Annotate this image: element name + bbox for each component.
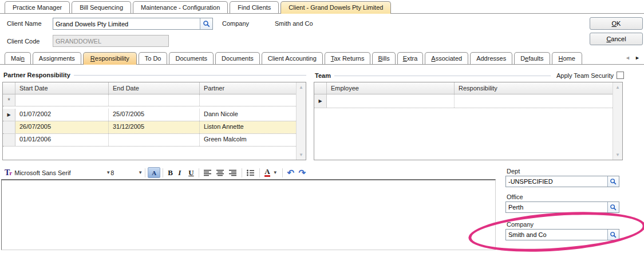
top-tab-bill-sequencing[interactable]: Bill Sequencing <box>72 1 131 13</box>
scroll-down-icon[interactable]: ▼ <box>613 152 622 157</box>
notes-editor[interactable] <box>1 179 496 250</box>
top-tab-practice-manager[interactable]: Practice Manager <box>5 1 70 13</box>
search-icon <box>610 178 617 185</box>
tab-label: Documents <box>222 55 254 62</box>
tab-main[interactable]: Main <box>5 52 31 64</box>
scroll-up-icon[interactable]: ▲ <box>613 85 622 90</box>
tab-mnemonic: R <box>90 55 95 62</box>
row-selector[interactable] <box>3 121 15 133</box>
cell-responsibility[interactable] <box>455 94 613 108</box>
tab-tax-returns[interactable]: Tax Returns <box>325 52 371 64</box>
cell-start-date[interactable]: 26/07/2005 <box>15 121 109 133</box>
vertical-scrollbar[interactable]: ▲ ▼ <box>613 82 622 160</box>
ok-button[interactable]: OK <box>590 17 643 30</box>
tab-label: ssociated <box>436 55 462 62</box>
cell-end-date[interactable]: 25/07/2005 <box>109 109 200 121</box>
tab-client-accounting[interactable]: Client Accounting <box>262 52 323 64</box>
top-tab-find-clients[interactable]: Find Clients <box>230 1 279 13</box>
tab-to-do[interactable]: To Do <box>139 52 168 64</box>
cell-end-date[interactable]: 31/12/2005 <box>109 121 200 133</box>
cell-partner[interactable]: Green Malcolm <box>200 134 296 146</box>
current-row-icon: ▶ <box>318 98 322 104</box>
top-tab-maintenance-configuration[interactable]: Maintenance - Configuration <box>133 1 228 13</box>
partner-responsibility-group-header: Partner Responsibility <box>3 72 306 78</box>
cell-partner[interactable]: Dann Nicole <box>200 109 296 121</box>
dept-input[interactable] <box>506 176 607 187</box>
row-selector[interactable] <box>3 134 15 146</box>
text-color-button[interactable]: A <box>148 167 160 178</box>
apply-team-security-checkbox[interactable] <box>617 72 624 79</box>
scroll-down-icon[interactable]: ▼ <box>297 152 306 157</box>
cell-employee[interactable] <box>327 94 455 108</box>
tab-associated[interactable]: Associated <box>425 52 468 64</box>
chevron-down-icon: ▼ <box>138 170 143 175</box>
tab-scroll-right-icon[interactable]: ► <box>635 55 640 61</box>
bold-button[interactable]: B <box>165 168 176 178</box>
dept-label: Dept <box>507 168 520 175</box>
tab-extra[interactable]: Extra <box>397 52 424 64</box>
cell-start-date[interactable]: 01/07/2002 <box>15 109 109 121</box>
column-header-partner[interactable]: Partner <box>200 82 296 94</box>
font-color-button[interactable]: A▼ <box>262 168 279 177</box>
column-header-start-date[interactable]: Start Date <box>15 82 109 94</box>
align-right-button[interactable] <box>227 169 239 177</box>
scroll-up-icon[interactable]: ▲ <box>297 85 306 90</box>
font-size-dropdown[interactable]: 8 ▼ <box>110 169 143 176</box>
tab-assignments[interactable]: Assignments <box>33 52 81 64</box>
tab-responsibility[interactable]: Responsibility <box>83 52 137 65</box>
new-row-selector[interactable]: * <box>3 94 15 106</box>
tab-defaults[interactable]: Defaults <box>514 52 550 64</box>
cell-end-date[interactable] <box>109 94 200 106</box>
client-name-label: Client Name <box>7 20 42 27</box>
undo-button[interactable]: ↶ <box>285 167 297 179</box>
company-header-value: Smith and Co <box>275 20 313 27</box>
tab-documents-2[interactable]: Documents <box>215 52 260 64</box>
vertical-scrollbar[interactable]: ▲ ▼ <box>296 82 306 160</box>
tab-addresses[interactable]: Addresses <box>470 52 512 64</box>
cell-partner[interactable]: Liston Annette <box>200 121 296 133</box>
table-row[interactable]: ▶ 01/07/2002 25/07/2005 Dann Nicole <box>3 109 296 121</box>
bullet-list-button[interactable] <box>244 169 257 177</box>
tab-bills[interactable]: Bills <box>372 52 395 64</box>
cancel-button[interactable]: Cancel <box>590 33 643 45</box>
table-row[interactable]: 01/01/2006 Green Malcolm <box>3 134 296 147</box>
client-name-search-button[interactable] <box>200 18 212 29</box>
table-row[interactable]: 26/07/2005 31/12/2005 Liston Annette <box>3 121 296 134</box>
tab-label: Addresses <box>476 55 506 62</box>
top-tab-client-grand-dowels[interactable]: Client - Grand Dowels Pty Limited <box>280 1 391 14</box>
cell-end-date[interactable] <box>109 134 200 146</box>
row-selector[interactable]: ▶ <box>314 94 327 108</box>
cell-start-date[interactable]: 01/01/2006 <box>15 134 109 146</box>
search-icon <box>610 204 617 211</box>
font-color-a-icon: A <box>264 168 270 177</box>
client-window: Practice Manager Bill Sequencing Mainten… <box>0 0 644 253</box>
cell-start-date[interactable] <box>15 94 109 106</box>
dept-search-button[interactable] <box>607 176 619 187</box>
apply-team-security-label: Apply Team Security <box>556 72 614 79</box>
italic-button[interactable]: I <box>176 168 186 178</box>
new-row[interactable]: ▶ <box>314 94 613 108</box>
office-input[interactable] <box>506 202 607 212</box>
cell-partner[interactable] <box>200 94 296 106</box>
tab-home[interactable]: Home <box>552 52 582 64</box>
team-grid: Employee Responsibility ▶ ▲ ▼ <box>314 82 623 160</box>
column-header-responsibility[interactable]: Responsibility <box>455 82 613 94</box>
underline-button[interactable]: U <box>186 168 196 178</box>
row-selector[interactable]: ▶ <box>3 109 15 121</box>
redo-button[interactable]: ↷ <box>297 167 308 179</box>
tab-label: To Do <box>145 55 161 62</box>
font-name-dropdown[interactable]: Microsoft Sans Serif ▼ <box>14 169 110 176</box>
search-icon <box>203 20 211 28</box>
tab-documents-1[interactable]: Documents <box>169 52 214 64</box>
office-search-button[interactable] <box>607 202 619 212</box>
column-header-employee[interactable]: Employee <box>327 82 455 94</box>
sub-tabstrip: Main Assignments Responsibility To Do Do… <box>5 52 584 64</box>
new-row[interactable]: * <box>3 94 296 106</box>
tab-scroll-left-icon[interactable]: ◄ <box>625 55 630 61</box>
tab-label: ome <box>563 55 575 62</box>
partner-responsibility-grid: Start Date End Date Partner * ▶ 01/07/20… <box>2 82 306 160</box>
align-left-button[interactable] <box>202 169 214 177</box>
align-center-button[interactable] <box>214 169 227 177</box>
column-header-end-date[interactable]: End Date <box>109 82 200 94</box>
client-name-input[interactable] <box>53 18 200 29</box>
